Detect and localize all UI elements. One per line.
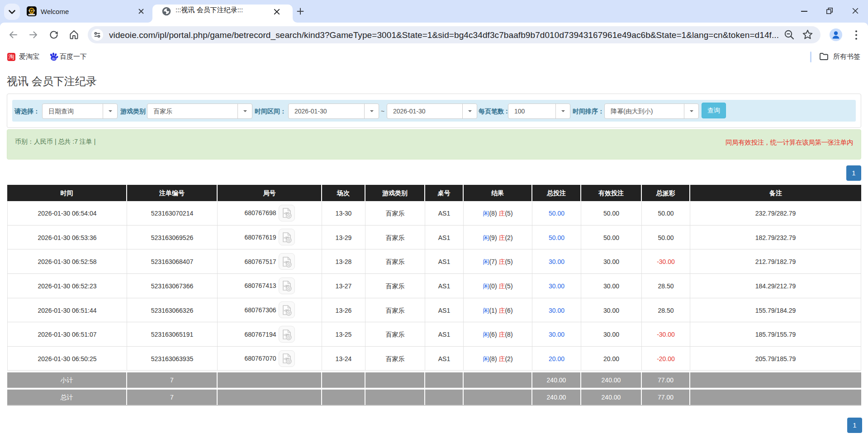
svg-text:du: du: [52, 57, 56, 60]
